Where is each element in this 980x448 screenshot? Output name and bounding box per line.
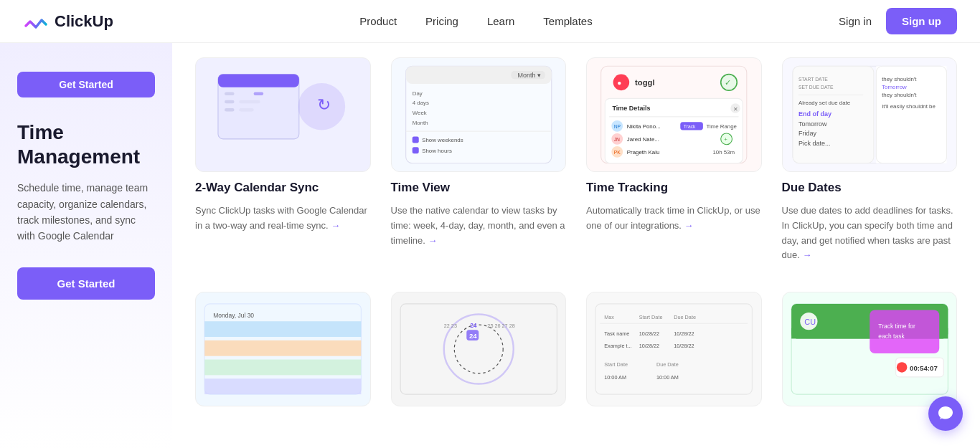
svg-rect-6 bbox=[254, 92, 264, 95]
feature-link-due-dates[interactable]: → bbox=[802, 249, 811, 260]
svg-text:24: 24 bbox=[468, 333, 476, 340]
sidebar: Get Started Time Management Schedule tim… bbox=[0, 43, 172, 448]
svg-text:Due Date: Due Date bbox=[656, 361, 679, 368]
signup-button[interactable]: Sign up bbox=[886, 8, 957, 34]
svg-text:Pick date...: Pick date... bbox=[798, 140, 830, 147]
svg-text:Day: Day bbox=[412, 90, 422, 97]
feature-title-time-tracking: Time Tracking bbox=[586, 181, 762, 195]
svg-text:00:54:07: 00:54:07 bbox=[910, 365, 938, 373]
svg-rect-84 bbox=[600, 323, 748, 324]
feature-card-box2: 22 23 24 25 26 27 28 24 bbox=[391, 292, 567, 406]
svg-text:Track: Track bbox=[684, 124, 696, 129]
svg-text:Week: Week bbox=[412, 110, 426, 116]
svg-rect-8 bbox=[239, 108, 253, 112]
feature-title-time-view: Time View bbox=[391, 181, 567, 195]
svg-text:↻: ↻ bbox=[317, 96, 331, 114]
svg-text:Tomorrow: Tomorrow bbox=[798, 120, 826, 128]
svg-text:Show weekends: Show weekends bbox=[422, 137, 463, 143]
svg-rect-71 bbox=[204, 378, 361, 394]
svg-text:Due Date: Due Date bbox=[674, 314, 696, 320]
nav-link-pricing[interactable]: Pricing bbox=[425, 15, 458, 27]
feature-image-due-dates: START DATE SET DUE DATE Already set due … bbox=[782, 57, 958, 172]
logo-text: ClickUp bbox=[55, 12, 113, 31]
svg-rect-20 bbox=[412, 136, 418, 143]
nav-link-product[interactable]: Product bbox=[359, 15, 397, 27]
feature-grid-row1: ↻ 2-Way Calendar Sync Sync ClickUp tasks… bbox=[195, 57, 957, 263]
svg-text:25 26 27 28: 25 26 27 28 bbox=[487, 323, 514, 329]
clickup-logo-icon bbox=[23, 9, 49, 34]
svg-text:24: 24 bbox=[470, 322, 477, 329]
svg-rect-22 bbox=[412, 147, 418, 153]
svg-text:Month: Month bbox=[412, 120, 428, 126]
main-content: ↻ 2-Way Calendar Sync Sync ClickUp tasks… bbox=[172, 43, 980, 448]
svg-text:+: + bbox=[724, 136, 727, 143]
svg-text:Start Date: Start Date bbox=[604, 361, 628, 368]
sidebar-title: Time Management bbox=[17, 120, 155, 168]
svg-text:10:00 AM: 10:00 AM bbox=[604, 375, 626, 381]
svg-text:10/28/22: 10/28/22 bbox=[674, 330, 694, 337]
svg-text:Month ▾: Month ▾ bbox=[517, 72, 541, 79]
feature-card-due-dates: START DATE SET DUE DATE Already set due … bbox=[782, 57, 958, 263]
svg-text:Monday, Jul 30: Monday, Jul 30 bbox=[213, 313, 254, 320]
svg-rect-70 bbox=[204, 360, 361, 376]
feature-card-box1: Monday, Jul 30 bbox=[195, 292, 371, 406]
svg-text:End of day: End of day bbox=[798, 110, 831, 118]
logo[interactable]: ClickUp bbox=[23, 9, 113, 34]
sidebar-hero-button[interactable]: Get Started bbox=[17, 72, 155, 97]
nav-link-learn[interactable]: Learn bbox=[487, 15, 514, 27]
feature-link-time-tracking[interactable]: → bbox=[684, 220, 694, 231]
feature-image-time-tracking: ● toggl ✓ Time Details ✕ NP Nikita Po bbox=[586, 57, 762, 172]
svg-text:Show hours: Show hours bbox=[422, 148, 452, 154]
svg-text:It'll easily shouldnt be: It'll easily shouldnt be bbox=[882, 103, 936, 110]
navbar: ClickUp Product Pricing Learn Templates … bbox=[0, 0, 980, 43]
svg-text:Tomorrow: Tomorrow bbox=[882, 84, 907, 90]
svg-point-104 bbox=[896, 362, 907, 373]
svg-text:✕: ✕ bbox=[733, 106, 738, 113]
feature-link-calendar-sync[interactable]: → bbox=[331, 220, 340, 231]
feature-grid-row2: Monday, Jul 30 22 23 bbox=[195, 292, 957, 406]
svg-text:each task: each task bbox=[878, 333, 905, 340]
svg-rect-72 bbox=[400, 304, 557, 394]
svg-rect-2 bbox=[225, 92, 235, 95]
svg-text:10/28/22: 10/28/22 bbox=[639, 330, 659, 337]
svg-text:22 23: 22 23 bbox=[443, 323, 456, 329]
feature-desc-time-tracking: Automatically track time in ClickUp, or … bbox=[586, 204, 762, 234]
svg-text:4 days: 4 days bbox=[412, 100, 428, 106]
svg-text:they shouldn't: they shouldn't bbox=[882, 76, 917, 82]
svg-text:Task name: Task name bbox=[604, 330, 629, 337]
page-body: Get Started Time Management Schedule tim… bbox=[0, 0, 980, 448]
svg-text:they shouldn't: they shouldn't bbox=[882, 92, 917, 98]
svg-rect-4 bbox=[225, 108, 235, 112]
svg-rect-5 bbox=[239, 92, 249, 95]
feature-desc-time-view: Use the native calendar to view tasks by… bbox=[391, 204, 567, 248]
signin-link[interactable]: Sign in bbox=[839, 15, 872, 27]
feature-title-due-dates: Due Dates bbox=[782, 181, 958, 195]
svg-rect-69 bbox=[204, 340, 361, 356]
chat-icon bbox=[937, 405, 954, 422]
svg-text:●: ● bbox=[617, 79, 621, 87]
feature-card-box3: Max Start Date Due Date Task name Exampl… bbox=[586, 292, 762, 406]
svg-text:10h 53m: 10h 53m bbox=[712, 149, 735, 156]
nav-links: Product Pricing Learn Templates bbox=[359, 15, 592, 27]
svg-text:Jared Nate...: Jared Nate... bbox=[627, 136, 659, 143]
feature-link-time-view[interactable]: → bbox=[428, 235, 438, 246]
feature-image-time-view: Month ▾ Day 4 days Week Month Show weeke… bbox=[391, 57, 567, 172]
svg-text:Track time for: Track time for bbox=[878, 323, 915, 330]
nav-right: Sign in Sign up bbox=[839, 8, 957, 34]
svg-text:PK: PK bbox=[614, 150, 621, 155]
svg-rect-7 bbox=[239, 100, 260, 104]
svg-text:✓: ✓ bbox=[725, 78, 731, 87]
svg-text:Example t...: Example t... bbox=[604, 343, 631, 349]
svg-text:Friday: Friday bbox=[798, 130, 816, 137]
get-started-button[interactable]: Get Started bbox=[17, 267, 155, 300]
nav-link-templates[interactable]: Templates bbox=[543, 15, 592, 27]
svg-text:Time Range: Time Range bbox=[706, 123, 737, 130]
feature-desc-due-dates: Use due dates to add deadlines for tasks… bbox=[782, 204, 958, 263]
chat-bubble[interactable] bbox=[928, 396, 963, 431]
feature-card-box4: CU Track time for each task 00:54:07 bbox=[782, 292, 958, 406]
svg-rect-19 bbox=[405, 131, 551, 132]
svg-text:toggl: toggl bbox=[635, 78, 655, 87]
svg-text:JN: JN bbox=[614, 137, 620, 142]
feature-image-box4: CU Track time for each task 00:54:07 bbox=[782, 292, 958, 406]
feature-card-calendar-sync: ↻ 2-Way Calendar Sync Sync ClickUp tasks… bbox=[195, 57, 371, 263]
